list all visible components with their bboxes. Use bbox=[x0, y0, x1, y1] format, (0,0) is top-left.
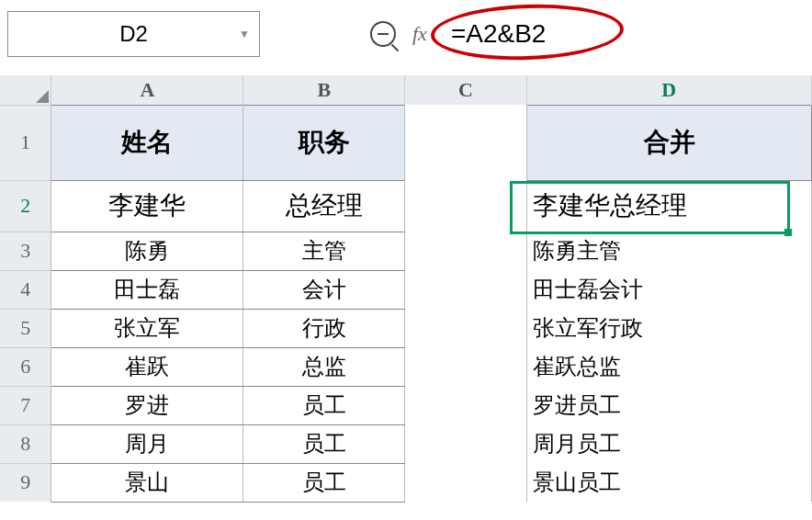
table-row: 3 陈勇 主管 陈勇主管 bbox=[0, 232, 812, 270]
cell-d2[interactable]: 李建华总经理 bbox=[526, 180, 811, 232]
cell-d1[interactable]: 合并 bbox=[526, 105, 811, 180]
chevron-down-icon[interactable]: ▼ bbox=[239, 28, 250, 40]
cell-c2[interactable] bbox=[405, 180, 526, 232]
row-header-9[interactable]: 9 bbox=[0, 463, 51, 502]
table-row: 4 田士磊 会计 田士磊会计 bbox=[0, 270, 812, 309]
table-row: 1 姓名 职务 合并 bbox=[0, 105, 812, 180]
cell-a7[interactable]: 罗进 bbox=[51, 386, 243, 424]
cell-b1[interactable]: 职务 bbox=[243, 105, 405, 180]
cell-a5[interactable]: 张立军 bbox=[51, 309, 243, 347]
table-row: 8 周月 员工 周月员工 bbox=[0, 424, 812, 463]
col-header-a[interactable]: A bbox=[51, 75, 243, 105]
column-header-row: A B C D bbox=[0, 75, 812, 105]
corner-triangle-icon bbox=[36, 90, 49, 103]
cell-d4[interactable]: 田士磊会计 bbox=[526, 270, 811, 309]
cell-c9[interactable] bbox=[405, 463, 526, 502]
cell-b3[interactable]: 主管 bbox=[243, 232, 405, 270]
zoom-out-icon[interactable] bbox=[370, 21, 396, 47]
table-row: 2 李建华 总经理 李建华总经理 bbox=[0, 180, 812, 232]
row-header-1[interactable]: 1 bbox=[0, 105, 51, 180]
cell-d6[interactable]: 崔跃总监 bbox=[526, 347, 811, 386]
formula-container bbox=[444, 16, 627, 52]
table-row: 6 崔跃 总监 崔跃总监 bbox=[0, 347, 812, 386]
cell-c8[interactable] bbox=[405, 424, 526, 463]
formula-bar-row: D2 ▼ fx bbox=[0, 0, 812, 75]
col-header-c[interactable]: C bbox=[405, 75, 526, 105]
cell-d9[interactable]: 景山员工 bbox=[526, 463, 811, 502]
cell-d5[interactable]: 张立军行政 bbox=[526, 309, 811, 347]
row-header-8[interactable]: 8 bbox=[0, 424, 51, 463]
cell-c3[interactable] bbox=[405, 232, 526, 270]
row-header-4[interactable]: 4 bbox=[0, 270, 51, 309]
name-box[interactable]: D2 ▼ bbox=[7, 11, 260, 57]
cell-a4[interactable]: 田士磊 bbox=[51, 270, 243, 309]
row-header-3[interactable]: 3 bbox=[0, 232, 51, 270]
cell-b2[interactable]: 总经理 bbox=[243, 180, 405, 232]
row-header-7[interactable]: 7 bbox=[0, 386, 51, 424]
cell-c6[interactable] bbox=[405, 347, 526, 386]
cell-b4[interactable]: 会计 bbox=[243, 270, 405, 309]
cell-b5[interactable]: 行政 bbox=[243, 309, 405, 347]
row-header-6[interactable]: 6 bbox=[0, 347, 51, 386]
fx-label[interactable]: fx bbox=[412, 22, 427, 46]
cell-b8[interactable]: 员工 bbox=[243, 424, 405, 463]
cell-c4[interactable] bbox=[405, 270, 526, 309]
cell-b9[interactable]: 员工 bbox=[243, 463, 405, 502]
cell-a3[interactable]: 陈勇 bbox=[51, 232, 243, 270]
cell-a1[interactable]: 姓名 bbox=[51, 105, 243, 180]
cell-a2[interactable]: 李建华 bbox=[51, 180, 243, 232]
cell-a9[interactable]: 景山 bbox=[51, 463, 243, 502]
cell-b6[interactable]: 总监 bbox=[243, 347, 405, 386]
spreadsheet-grid[interactable]: A B C D 1 姓名 职务 合并 2 李建华 总经理 李建华总经理 3 陈勇… bbox=[0, 75, 812, 503]
cell-c1[interactable] bbox=[405, 105, 526, 180]
table-row: 9 景山 员工 景山员工 bbox=[0, 463, 812, 502]
formula-section: fx bbox=[370, 16, 627, 52]
row-header-5[interactable]: 5 bbox=[0, 309, 51, 347]
col-header-b[interactable]: B bbox=[243, 75, 405, 105]
cell-c7[interactable] bbox=[405, 386, 526, 424]
cell-d7[interactable]: 罗进员工 bbox=[526, 386, 811, 424]
formula-input[interactable] bbox=[444, 16, 627, 52]
cell-d3[interactable]: 陈勇主管 bbox=[526, 232, 811, 270]
cell-a8[interactable]: 周月 bbox=[51, 424, 243, 463]
name-box-value: D2 bbox=[119, 21, 148, 47]
cell-b7[interactable]: 员工 bbox=[243, 386, 405, 424]
cell-d8[interactable]: 周月员工 bbox=[526, 424, 811, 463]
col-header-d[interactable]: D bbox=[526, 75, 811, 105]
select-all-corner[interactable] bbox=[0, 75, 51, 105]
cell-a6[interactable]: 崔跃 bbox=[51, 347, 243, 386]
row-header-2[interactable]: 2 bbox=[0, 180, 51, 232]
table-row: 5 张立军 行政 张立军行政 bbox=[0, 309, 812, 347]
table-row: 7 罗进 员工 罗进员工 bbox=[0, 386, 812, 424]
cell-c5[interactable] bbox=[405, 309, 526, 347]
